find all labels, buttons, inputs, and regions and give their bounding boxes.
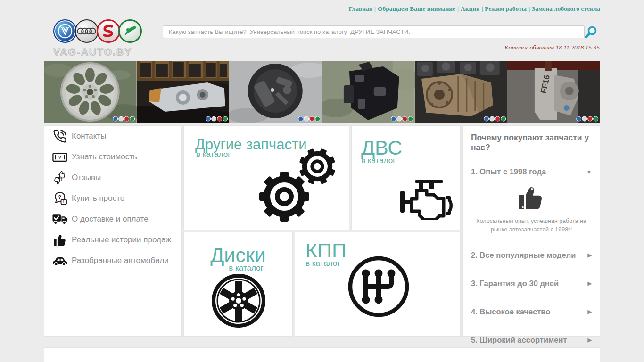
price-banknote-icon: ? bbox=[50, 152, 69, 162]
card-other-parts[interactable]: Другие запчасти в каталог bbox=[183, 125, 349, 230]
thumbs-up-icon bbox=[50, 233, 69, 247]
thumbs-up-down-icon bbox=[50, 170, 69, 185]
accordion-label: 5. Широкий ассортимент bbox=[471, 336, 567, 345]
skoda-logo-icon bbox=[118, 19, 142, 43]
accordion-content-experience: Колосальный опыт, успешная работа на рын… bbox=[471, 184, 592, 234]
phone-icon bbox=[50, 129, 69, 143]
sidebar-item-label: Купить просто bbox=[72, 194, 124, 203]
vw-logo-icon bbox=[53, 19, 77, 43]
search-icon bbox=[584, 34, 597, 41]
nav-separator: | bbox=[479, 5, 485, 12]
engine-icon bbox=[399, 178, 454, 222]
sidebar-item-reviews[interactable]: Отзывы bbox=[44, 167, 181, 188]
thumbs-up-icon bbox=[471, 184, 592, 212]
accordion-item-assortment[interactable]: 5. Широкий ассортимент ▶ bbox=[471, 336, 592, 345]
photo-alloy-wheel[interactable] bbox=[44, 61, 137, 123]
nav-separator: | bbox=[527, 5, 532, 12]
accordion-label: 2. Все популярные модели bbox=[471, 251, 576, 260]
sidebar-item-label: Узнать стоимость bbox=[72, 152, 137, 162]
seat-logo-icon bbox=[97, 19, 120, 43]
photo-gearbox-rusty[interactable] bbox=[415, 61, 508, 123]
car-icon bbox=[50, 255, 69, 266]
year-1998-link[interactable]: 1998г bbox=[555, 226, 570, 233]
glyph: ? bbox=[58, 154, 62, 160]
chevron-down-icon: ▼ bbox=[586, 169, 592, 175]
sidebar-item-price[interactable]: ? Узнать стоимость bbox=[44, 147, 181, 167]
why-buy-title: Почему покупают запчасти у нас? bbox=[471, 133, 592, 153]
card-title: Диски bbox=[184, 246, 292, 265]
card-catalog-link[interactable]: в каталог bbox=[184, 263, 292, 273]
chevron-right-icon: ▶ bbox=[588, 252, 592, 258]
nav-link-windshield[interactable]: Замена лобового стекла bbox=[532, 5, 600, 12]
nav-separator: | bbox=[372, 5, 378, 12]
accordion-item-models[interactable]: 2. Все популярные модели ▶ bbox=[471, 251, 592, 260]
main-content: Контакты ? Узнать стоимость Отзывы ?! Ку… bbox=[44, 125, 600, 337]
accordion-label: 4. Высокое качество bbox=[471, 307, 550, 316]
accordion-item-warranty[interactable]: 3. Гарантия до 30 дней ▶ bbox=[471, 279, 592, 288]
search-button[interactable] bbox=[584, 26, 597, 40]
sidebar-item-delivery[interactable]: О доставке и оплате bbox=[44, 209, 181, 230]
card-gearboxes[interactable]: КПП в каталог bbox=[295, 232, 461, 337]
audi-logo-icon bbox=[75, 19, 99, 43]
wheel-rim-icon bbox=[212, 274, 265, 329]
experience-caption: Колосальный опыт, успешная работа на рын… bbox=[472, 217, 591, 234]
accordion-item-quality[interactable]: 4. Высокое качество ▶ bbox=[471, 307, 592, 316]
photo-headlight[interactable] bbox=[137, 61, 230, 123]
card-title: КПП bbox=[305, 241, 347, 260]
sidebar-item-dismantled-cars[interactable]: Разобранные автомобили bbox=[44, 250, 181, 271]
brand-name: VAG-AUTO.BY bbox=[53, 46, 143, 58]
top-navigation: Главная|Обращаем Ваше внимание|Акция|Реж… bbox=[349, 5, 601, 13]
photo-gearbox-ff16[interactable]: FF16 bbox=[507, 61, 600, 123]
chevron-right-icon: ▶ bbox=[588, 337, 592, 343]
brand-logos bbox=[53, 19, 143, 43]
page: Главная|Обращаем Ваше внимание|Акция|Реж… bbox=[44, 0, 600, 362]
accordion-item-experience[interactable]: 1. Опыт с 1998 года ▼ bbox=[471, 167, 592, 176]
site-logo[interactable]: VAG-AUTO.BY bbox=[53, 19, 143, 58]
nav-link-home[interactable]: Главная bbox=[349, 5, 373, 12]
card-engines[interactable]: ДВС в каталог bbox=[351, 125, 461, 230]
why-buy-panel: Почему покупают запчасти у нас? 1. Опыт … bbox=[462, 125, 600, 337]
sidebar-item-sales-stories[interactable]: Реальные истории продаж bbox=[44, 230, 181, 250]
sidebar-item-contacts[interactable]: Контакты bbox=[44, 126, 181, 147]
sidebar-item-label: Отзывы bbox=[72, 173, 101, 182]
question-chat-icon: ?! bbox=[50, 191, 69, 206]
photo-spare-tool-kit[interactable] bbox=[229, 61, 322, 123]
sidebar-item-easy-buy[interactable]: ?! Купить просто bbox=[44, 188, 181, 209]
nav-link-hours[interactable]: Режим работы bbox=[485, 5, 527, 12]
search-input[interactable] bbox=[163, 25, 585, 38]
accordion-label: 3. Гарантия до 30 дней bbox=[471, 279, 559, 288]
chevron-right-icon: ▶ bbox=[588, 280, 592, 287]
sidebar-item-label: О доставке и оплате bbox=[72, 214, 149, 224]
gears-icon bbox=[255, 148, 342, 226]
sidebar-item-label: Разобранные автомобили bbox=[72, 256, 169, 265]
card-title: ДВС bbox=[361, 138, 402, 157]
nav-separator: | bbox=[455, 5, 461, 12]
catalog-updated-note: Каталог обновлен 18.11.2018 15.35 bbox=[504, 44, 600, 51]
gearshift-icon bbox=[348, 256, 409, 319]
glyph: ? bbox=[58, 194, 61, 199]
chevron-right-icon: ▶ bbox=[588, 309, 592, 315]
photo-gearbox-dark[interactable] bbox=[322, 61, 415, 123]
left-menu: Контакты ? Узнать стоимость Отзывы ?! Ку… bbox=[44, 125, 182, 337]
catalog-cards: Другие запчасти в каталог bbox=[183, 125, 461, 337]
bottom-content-strip bbox=[44, 347, 600, 362]
nav-link-promo[interactable]: Акция bbox=[461, 5, 479, 12]
accordion-label: 1. Опыт с 1998 года bbox=[471, 167, 546, 176]
nav-link-attention[interactable]: Обращаем Ваше внимание bbox=[378, 5, 455, 12]
parts-photo-gallery: FF16 bbox=[44, 61, 600, 123]
glyph: ! bbox=[63, 199, 64, 204]
card-wheels[interactable]: Диски в каталог bbox=[183, 232, 293, 337]
sidebar-item-label: Контакты bbox=[72, 132, 106, 141]
sidebar-item-label: Реальные истории продаж bbox=[72, 235, 171, 245]
delivery-truck-icon bbox=[50, 214, 69, 225]
